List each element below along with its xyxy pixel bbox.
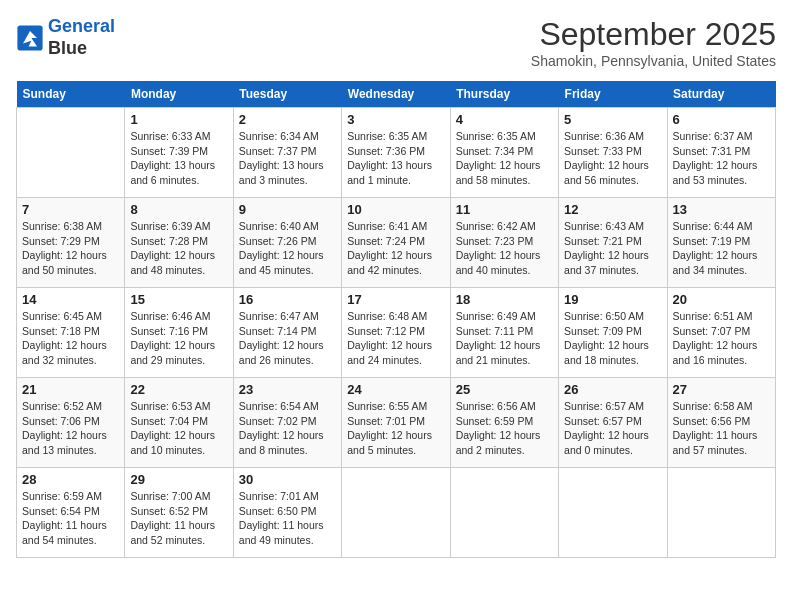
- calendar-day-cell: [667, 468, 775, 558]
- day-number: 29: [130, 472, 227, 487]
- calendar-day-cell: 29Sunrise: 7:00 AMSunset: 6:52 PMDayligh…: [125, 468, 233, 558]
- page-header: General Blue September 2025 Shamokin, Pe…: [16, 16, 776, 69]
- day-info: Sunrise: 6:49 AMSunset: 7:11 PMDaylight:…: [456, 309, 553, 368]
- day-info: Sunrise: 6:46 AMSunset: 7:16 PMDaylight:…: [130, 309, 227, 368]
- month-title: September 2025: [531, 16, 776, 53]
- calendar-day-cell: 28Sunrise: 6:59 AMSunset: 6:54 PMDayligh…: [17, 468, 125, 558]
- day-info: Sunrise: 6:40 AMSunset: 7:26 PMDaylight:…: [239, 219, 336, 278]
- calendar-day-cell: 6Sunrise: 6:37 AMSunset: 7:31 PMDaylight…: [667, 108, 775, 198]
- calendar-day-cell: [17, 108, 125, 198]
- calendar-day-cell: 20Sunrise: 6:51 AMSunset: 7:07 PMDayligh…: [667, 288, 775, 378]
- calendar-day-cell: 10Sunrise: 6:41 AMSunset: 7:24 PMDayligh…: [342, 198, 450, 288]
- calendar-day-cell: 8Sunrise: 6:39 AMSunset: 7:28 PMDaylight…: [125, 198, 233, 288]
- calendar-table: SundayMondayTuesdayWednesdayThursdayFrid…: [16, 81, 776, 558]
- day-number: 1: [130, 112, 227, 127]
- title-block: September 2025 Shamokin, Pennsylvania, U…: [531, 16, 776, 69]
- day-info: Sunrise: 6:48 AMSunset: 7:12 PMDaylight:…: [347, 309, 444, 368]
- day-of-week-header: Wednesday: [342, 81, 450, 108]
- day-of-week-header: Tuesday: [233, 81, 341, 108]
- day-info: Sunrise: 6:42 AMSunset: 7:23 PMDaylight:…: [456, 219, 553, 278]
- day-number: 12: [564, 202, 661, 217]
- logo-icon: [16, 24, 44, 52]
- day-info: Sunrise: 6:56 AMSunset: 6:59 PMDaylight:…: [456, 399, 553, 458]
- day-number: 16: [239, 292, 336, 307]
- calendar-day-cell: 2Sunrise: 6:34 AMSunset: 7:37 PMDaylight…: [233, 108, 341, 198]
- calendar-day-cell: 17Sunrise: 6:48 AMSunset: 7:12 PMDayligh…: [342, 288, 450, 378]
- calendar-day-cell: [450, 468, 558, 558]
- day-info: Sunrise: 6:41 AMSunset: 7:24 PMDaylight:…: [347, 219, 444, 278]
- calendar-day-cell: 21Sunrise: 6:52 AMSunset: 7:06 PMDayligh…: [17, 378, 125, 468]
- day-info: Sunrise: 6:52 AMSunset: 7:06 PMDaylight:…: [22, 399, 119, 458]
- day-info: Sunrise: 6:55 AMSunset: 7:01 PMDaylight:…: [347, 399, 444, 458]
- day-number: 2: [239, 112, 336, 127]
- calendar-day-cell: 30Sunrise: 7:01 AMSunset: 6:50 PMDayligh…: [233, 468, 341, 558]
- day-info: Sunrise: 6:39 AMSunset: 7:28 PMDaylight:…: [130, 219, 227, 278]
- day-number: 25: [456, 382, 553, 397]
- day-info: Sunrise: 6:43 AMSunset: 7:21 PMDaylight:…: [564, 219, 661, 278]
- logo-line1: General: [48, 16, 115, 36]
- calendar-day-cell: 11Sunrise: 6:42 AMSunset: 7:23 PMDayligh…: [450, 198, 558, 288]
- calendar-week-row: 7Sunrise: 6:38 AMSunset: 7:29 PMDaylight…: [17, 198, 776, 288]
- calendar-day-cell: 27Sunrise: 6:58 AMSunset: 6:56 PMDayligh…: [667, 378, 775, 468]
- day-info: Sunrise: 6:51 AMSunset: 7:07 PMDaylight:…: [673, 309, 770, 368]
- day-number: 19: [564, 292, 661, 307]
- day-number: 24: [347, 382, 444, 397]
- day-number: 15: [130, 292, 227, 307]
- calendar-day-cell: 18Sunrise: 6:49 AMSunset: 7:11 PMDayligh…: [450, 288, 558, 378]
- day-of-week-header: Friday: [559, 81, 667, 108]
- day-number: 17: [347, 292, 444, 307]
- day-info: Sunrise: 6:36 AMSunset: 7:33 PMDaylight:…: [564, 129, 661, 188]
- day-number: 28: [22, 472, 119, 487]
- calendar-day-cell: 7Sunrise: 6:38 AMSunset: 7:29 PMDaylight…: [17, 198, 125, 288]
- calendar-day-cell: 1Sunrise: 6:33 AMSunset: 7:39 PMDaylight…: [125, 108, 233, 198]
- calendar-day-cell: 9Sunrise: 6:40 AMSunset: 7:26 PMDaylight…: [233, 198, 341, 288]
- day-number: 5: [564, 112, 661, 127]
- calendar-day-cell: 5Sunrise: 6:36 AMSunset: 7:33 PMDaylight…: [559, 108, 667, 198]
- day-info: Sunrise: 6:53 AMSunset: 7:04 PMDaylight:…: [130, 399, 227, 458]
- day-info: Sunrise: 6:58 AMSunset: 6:56 PMDaylight:…: [673, 399, 770, 458]
- day-number: 18: [456, 292, 553, 307]
- day-number: 3: [347, 112, 444, 127]
- day-info: Sunrise: 6:50 AMSunset: 7:09 PMDaylight:…: [564, 309, 661, 368]
- calendar-header-row: SundayMondayTuesdayWednesdayThursdayFrid…: [17, 81, 776, 108]
- day-number: 20: [673, 292, 770, 307]
- day-number: 10: [347, 202, 444, 217]
- day-info: Sunrise: 6:47 AMSunset: 7:14 PMDaylight:…: [239, 309, 336, 368]
- calendar-week-row: 21Sunrise: 6:52 AMSunset: 7:06 PMDayligh…: [17, 378, 776, 468]
- day-number: 30: [239, 472, 336, 487]
- day-number: 22: [130, 382, 227, 397]
- day-of-week-header: Saturday: [667, 81, 775, 108]
- day-of-week-header: Sunday: [17, 81, 125, 108]
- day-of-week-header: Thursday: [450, 81, 558, 108]
- day-number: 13: [673, 202, 770, 217]
- calendar-day-cell: 12Sunrise: 6:43 AMSunset: 7:21 PMDayligh…: [559, 198, 667, 288]
- day-info: Sunrise: 6:44 AMSunset: 7:19 PMDaylight:…: [673, 219, 770, 278]
- logo-text: General Blue: [48, 16, 115, 59]
- calendar-day-cell: 22Sunrise: 6:53 AMSunset: 7:04 PMDayligh…: [125, 378, 233, 468]
- calendar-day-cell: 15Sunrise: 6:46 AMSunset: 7:16 PMDayligh…: [125, 288, 233, 378]
- location-subtitle: Shamokin, Pennsylvania, United States: [531, 53, 776, 69]
- day-info: Sunrise: 6:35 AMSunset: 7:36 PMDaylight:…: [347, 129, 444, 188]
- calendar-week-row: 14Sunrise: 6:45 AMSunset: 7:18 PMDayligh…: [17, 288, 776, 378]
- calendar-day-cell: 24Sunrise: 6:55 AMSunset: 7:01 PMDayligh…: [342, 378, 450, 468]
- calendar-day-cell: 19Sunrise: 6:50 AMSunset: 7:09 PMDayligh…: [559, 288, 667, 378]
- day-info: Sunrise: 6:57 AMSunset: 6:57 PMDaylight:…: [564, 399, 661, 458]
- day-number: 8: [130, 202, 227, 217]
- day-of-week-header: Monday: [125, 81, 233, 108]
- day-info: Sunrise: 6:35 AMSunset: 7:34 PMDaylight:…: [456, 129, 553, 188]
- calendar-day-cell: 25Sunrise: 6:56 AMSunset: 6:59 PMDayligh…: [450, 378, 558, 468]
- day-info: Sunrise: 7:00 AMSunset: 6:52 PMDaylight:…: [130, 489, 227, 548]
- day-info: Sunrise: 7:01 AMSunset: 6:50 PMDaylight:…: [239, 489, 336, 548]
- logo-line2: Blue: [48, 38, 115, 60]
- day-info: Sunrise: 6:54 AMSunset: 7:02 PMDaylight:…: [239, 399, 336, 458]
- day-info: Sunrise: 6:33 AMSunset: 7:39 PMDaylight:…: [130, 129, 227, 188]
- day-number: 6: [673, 112, 770, 127]
- calendar-day-cell: 23Sunrise: 6:54 AMSunset: 7:02 PMDayligh…: [233, 378, 341, 468]
- day-number: 27: [673, 382, 770, 397]
- logo: General Blue: [16, 16, 115, 59]
- calendar-day-cell: 3Sunrise: 6:35 AMSunset: 7:36 PMDaylight…: [342, 108, 450, 198]
- calendar-body: 1Sunrise: 6:33 AMSunset: 7:39 PMDaylight…: [17, 108, 776, 558]
- day-number: 21: [22, 382, 119, 397]
- calendar-day-cell: 26Sunrise: 6:57 AMSunset: 6:57 PMDayligh…: [559, 378, 667, 468]
- day-number: 7: [22, 202, 119, 217]
